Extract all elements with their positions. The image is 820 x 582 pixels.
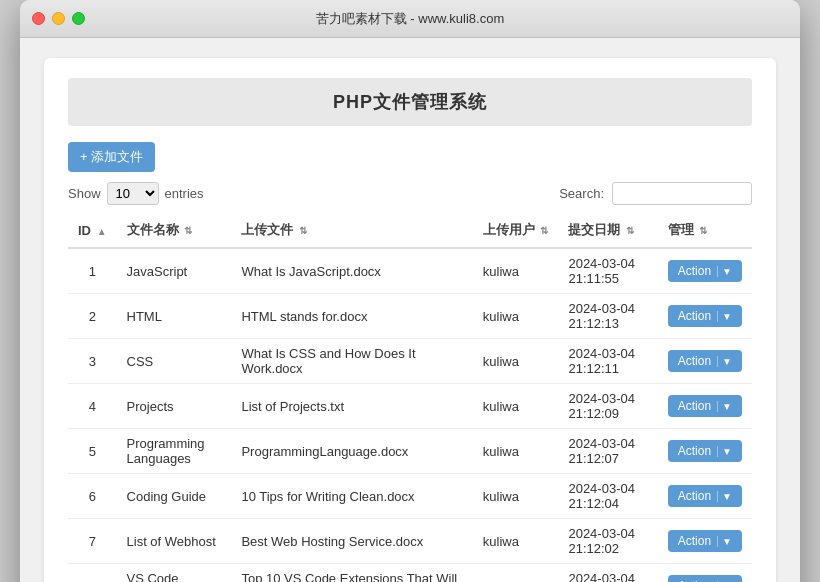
- dropdown-arrow-icon: ▼: [717, 266, 732, 277]
- cell-id: 2: [68, 294, 117, 339]
- dropdown-arrow-icon: ▼: [717, 446, 732, 457]
- sort-icon-date: ⇅: [626, 225, 634, 236]
- cell-file: Top 10 VS Code Extensions That Will Make…: [231, 564, 472, 583]
- show-entries-control: Show 10 25 50 100 entries: [68, 182, 204, 205]
- cell-id: 6: [68, 474, 117, 519]
- cell-action: Action ▼: [658, 248, 752, 294]
- table-row: 1 JavaScript What Is JavaScript.docx kul…: [68, 248, 752, 294]
- cell-date: 2024-03-04 21:12:04: [558, 474, 657, 519]
- table-row: 8 VS Code Extenstions Top 10 VS Code Ext…: [68, 564, 752, 583]
- sort-icon-id: ▲: [97, 226, 107, 237]
- cell-name: JavaScript: [117, 248, 232, 294]
- cell-name: List of Webhost: [117, 519, 232, 564]
- cell-action: Action ▼: [658, 429, 752, 474]
- show-label: Show: [68, 186, 101, 201]
- cell-file: What Is CSS and How Does It Work.docx: [231, 339, 472, 384]
- traffic-lights: [32, 12, 85, 25]
- action-button[interactable]: Action ▼: [668, 350, 742, 372]
- col-user[interactable]: 上传用户 ⇅: [473, 213, 559, 248]
- sort-icon-action: ⇅: [699, 225, 707, 236]
- cell-action: Action ▼: [658, 474, 752, 519]
- dropdown-arrow-icon: ▼: [717, 491, 732, 502]
- titlebar: 苦力吧素材下载 - www.kuli8.com: [20, 0, 800, 38]
- dropdown-arrow-icon: ▼: [717, 536, 732, 547]
- cell-file: List of Projects.txt: [231, 384, 472, 429]
- file-manager-card: PHP文件管理系统 + 添加文件 Show 10 25 50 100 entri…: [44, 58, 776, 582]
- table-row: 3 CSS What Is CSS and How Does It Work.d…: [68, 339, 752, 384]
- col-id[interactable]: ID ▲: [68, 213, 117, 248]
- cell-id: 7: [68, 519, 117, 564]
- cell-user: kuliwa: [473, 564, 559, 583]
- cell-date: 2024-03-04 21:12:02: [558, 519, 657, 564]
- cell-date: 2024-03-04 21:12:11: [558, 339, 657, 384]
- cell-id: 4: [68, 384, 117, 429]
- search-label: Search:: [559, 186, 604, 201]
- cell-user: kuliwa: [473, 339, 559, 384]
- dropdown-arrow-icon: ▼: [717, 401, 732, 412]
- sort-icon-name: ⇅: [184, 225, 192, 236]
- cell-action: Action ▼: [658, 339, 752, 384]
- add-file-button[interactable]: + 添加文件: [68, 142, 155, 172]
- action-button[interactable]: Action ▼: [668, 440, 742, 462]
- controls-row: Show 10 25 50 100 entries Search:: [68, 182, 752, 205]
- cell-name: Projects: [117, 384, 232, 429]
- cell-id: 5: [68, 429, 117, 474]
- cell-file: 10 Tips for Writing Clean.docx: [231, 474, 472, 519]
- cell-date: 2024-03-04 21:12:07: [558, 429, 657, 474]
- cell-date: 2024-03-04 21:11:55: [558, 248, 657, 294]
- cell-file: What Is JavaScript.docx: [231, 248, 472, 294]
- cell-date: 2024-03-04 21:11:59: [558, 564, 657, 583]
- app-window: 苦力吧素材下载 - www.kuli8.com PHP文件管理系统 + 添加文件…: [20, 0, 800, 582]
- table-row: 4 Projects List of Projects.txt kuliwa 2…: [68, 384, 752, 429]
- toolbar: + 添加文件: [68, 142, 752, 172]
- table-row: 2 HTML HTML stands for.docx kuliwa 2024-…: [68, 294, 752, 339]
- sort-icon-user: ⇅: [540, 225, 548, 236]
- action-button[interactable]: Action ▼: [668, 530, 742, 552]
- window-title: 苦力吧素材下载 - www.kuli8.com: [316, 10, 505, 28]
- cell-action: Action ▼: [658, 519, 752, 564]
- cell-user: kuliwa: [473, 429, 559, 474]
- action-button[interactable]: Action ▼: [668, 305, 742, 327]
- page-title: PHP文件管理系统: [68, 78, 752, 126]
- cell-name: HTML: [117, 294, 232, 339]
- cell-user: kuliwa: [473, 384, 559, 429]
- action-button[interactable]: Action ▼: [668, 260, 742, 282]
- cell-file: Best Web Hosting Service.docx: [231, 519, 472, 564]
- action-button[interactable]: Action ▼: [668, 395, 742, 417]
- minimize-button[interactable]: [52, 12, 65, 25]
- cell-file: ProgrammingLanguage.docx: [231, 429, 472, 474]
- close-button[interactable]: [32, 12, 45, 25]
- cell-name: Coding Guide: [117, 474, 232, 519]
- cell-id: 3: [68, 339, 117, 384]
- entries-label: entries: [165, 186, 204, 201]
- cell-id: 1: [68, 248, 117, 294]
- action-button[interactable]: Action ▼: [668, 485, 742, 507]
- table-row: 6 Coding Guide 10 Tips for Writing Clean…: [68, 474, 752, 519]
- search-input[interactable]: [612, 182, 752, 205]
- cell-date: 2024-03-04 21:12:09: [558, 384, 657, 429]
- col-date[interactable]: 提交日期 ⇅: [558, 213, 657, 248]
- cell-name: CSS: [117, 339, 232, 384]
- col-name[interactable]: 文件名称 ⇅: [117, 213, 232, 248]
- col-file[interactable]: 上传文件 ⇅: [231, 213, 472, 248]
- col-action[interactable]: 管理 ⇅: [658, 213, 752, 248]
- cell-name: Programming Languages: [117, 429, 232, 474]
- cell-id: 8: [68, 564, 117, 583]
- entries-select[interactable]: 10 25 50 100: [107, 182, 159, 205]
- maximize-button[interactable]: [72, 12, 85, 25]
- file-table: ID ▲ 文件名称 ⇅ 上传文件 ⇅ 上传用户 ⇅ 提交日期 ⇅ 管理 ⇅ 1 …: [68, 213, 752, 582]
- cell-user: kuliwa: [473, 248, 559, 294]
- cell-action: Action ▼: [658, 384, 752, 429]
- search-bar: Search:: [559, 182, 752, 205]
- dropdown-arrow-icon: ▼: [717, 356, 732, 367]
- sort-icon-file: ⇅: [299, 225, 307, 236]
- cell-action: Action ▼: [658, 294, 752, 339]
- table-header: ID ▲ 文件名称 ⇅ 上传文件 ⇅ 上传用户 ⇅ 提交日期 ⇅ 管理 ⇅: [68, 213, 752, 248]
- cell-action: Action ▼: [658, 564, 752, 583]
- cell-date: 2024-03-04 21:12:13: [558, 294, 657, 339]
- cell-user: kuliwa: [473, 519, 559, 564]
- cell-user: kuliwa: [473, 294, 559, 339]
- cell-name: VS Code Extenstions: [117, 564, 232, 583]
- action-button[interactable]: Action ▼: [668, 575, 742, 582]
- main-content: PHP文件管理系统 + 添加文件 Show 10 25 50 100 entri…: [20, 38, 800, 582]
